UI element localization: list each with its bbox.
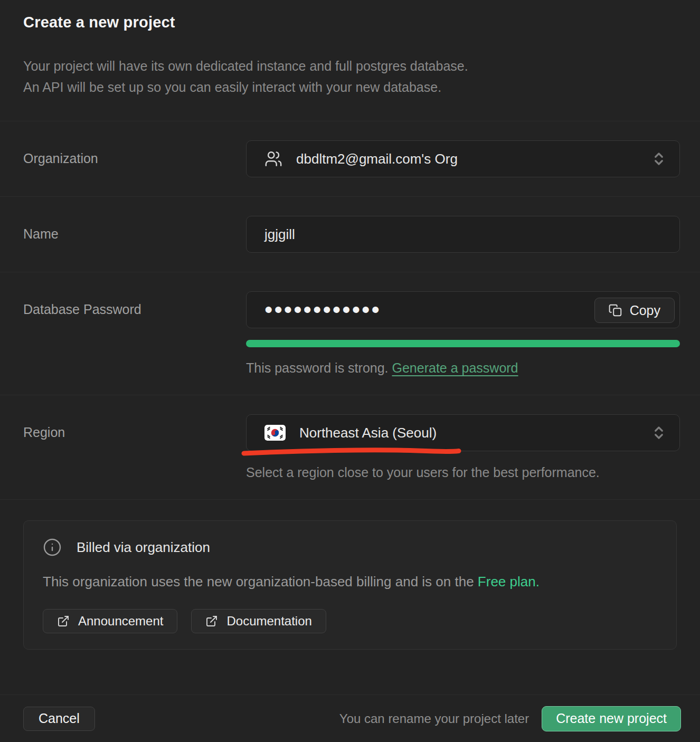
external-link-icon <box>205 615 218 627</box>
chevrons-up-down-icon <box>651 425 667 441</box>
chevrons-up-down-icon <box>651 151 667 167</box>
billing-body: This organization uses the new organizat… <box>43 574 657 590</box>
create-project-dialog: Create a new project Your project will h… <box>0 0 700 742</box>
cancel-button[interactable]: Cancel <box>23 707 95 731</box>
region-value: Northeast Asia (Seoul) <box>299 425 651 441</box>
free-plan-link[interactable]: Free plan. <box>478 574 540 589</box>
create-new-project-label: Create new project <box>556 711 667 726</box>
name-value: jgjgill <box>264 226 667 243</box>
organization-row: Organization dbdltm2@gmail.com's Org <box>0 121 700 196</box>
documentation-button[interactable]: Documentation <box>191 609 326 633</box>
copy-password-button[interactable]: Copy <box>594 298 675 323</box>
name-label: Name <box>23 216 246 253</box>
users-icon <box>264 150 282 168</box>
name-row: Name jgjgill <box>0 196 700 272</box>
password-input[interactable]: •••••••••••• Copy <box>246 291 680 328</box>
announcement-button[interactable]: Announcement <box>43 609 177 633</box>
dialog-footer: Cancel You can rename your project later… <box>0 695 700 742</box>
name-input[interactable]: jgjgill <box>246 216 680 253</box>
billing-section: Billed via organization This organizatio… <box>0 499 700 650</box>
south-korea-flag-icon <box>264 425 286 441</box>
organization-label: Organization <box>23 140 246 177</box>
copy-button-label: Copy <box>630 303 660 318</box>
password-strength-text: This password is strong. Generate a pass… <box>246 360 680 376</box>
region-select[interactable]: Northeast Asia (Seoul) <box>246 414 680 451</box>
generate-password-link[interactable]: Generate a password <box>392 360 518 375</box>
announcement-button-label: Announcement <box>78 614 163 629</box>
organization-value: dbdltm2@gmail.com's Org <box>296 151 651 167</box>
copy-icon <box>609 303 622 317</box>
organization-select[interactable]: dbdltm2@gmail.com's Org <box>246 140 680 177</box>
region-label: Region <box>23 414 246 480</box>
page-title: Create a new project <box>23 14 677 31</box>
dialog-description-line1: Your project will have its own dedicated… <box>23 55 677 77</box>
cancel-button-label: Cancel <box>39 711 80 726</box>
create-new-project-button[interactable]: Create new project <box>542 706 681 731</box>
external-link-icon <box>57 615 70 627</box>
billing-title: Billed via organization <box>77 539 210 556</box>
region-row: Region <box>0 395 700 499</box>
dialog-header: Create a new project Your project will h… <box>0 0 700 121</box>
password-masked-value: •••••••••••• <box>264 291 590 328</box>
password-row: Database Password •••••••••••• Copy This… <box>0 272 700 395</box>
dialog-description-line2: An API will be set up so you can easily … <box>23 77 677 98</box>
documentation-button-label: Documentation <box>226 614 311 629</box>
rename-note: You can rename your project later <box>339 711 529 726</box>
password-strength-bar <box>246 340 680 347</box>
info-circle-icon <box>43 538 62 557</box>
billing-panel: Billed via organization This organizatio… <box>23 520 677 650</box>
region-helper-text: Select a region close to your users for … <box>246 465 680 480</box>
password-label: Database Password <box>23 291 246 376</box>
